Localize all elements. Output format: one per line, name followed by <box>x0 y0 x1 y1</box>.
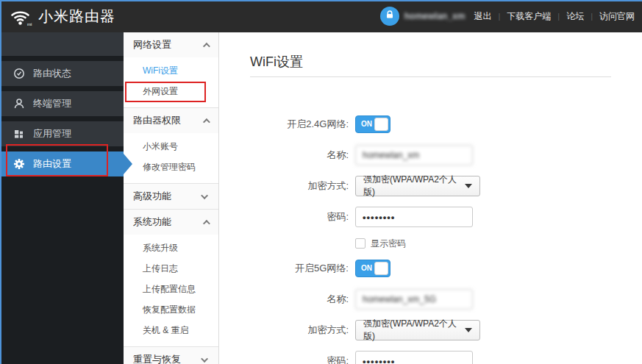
sidebar-item-router-settings[interactable]: 路由设置 <box>0 151 124 176</box>
person-icon <box>13 98 25 110</box>
toggle-knob <box>374 262 388 275</box>
screen-edge-left <box>0 0 1 364</box>
field-label: 密码: <box>250 210 349 224</box>
submenu-item-wifi-settings[interactable]: WiFi设置 <box>124 60 218 81</box>
sidebar-item-device-management[interactable]: 终端管理 <box>0 91 124 116</box>
submenu-item-upload-log[interactable]: 上传日志 <box>124 258 218 279</box>
field-label: 名称: <box>250 293 349 306</box>
chevron-up-icon <box>203 118 210 125</box>
form-row-enable-24g: 开启2.4G网络: ON <box>250 114 611 135</box>
submenu-item-system-upgrade[interactable]: 系统升级 <box>124 238 218 258</box>
section-title: 高级功能 <box>133 190 171 203</box>
submenu-item-xiaomi-account[interactable]: 小米账号 <box>124 136 218 157</box>
page-title: WiFi设置 <box>250 54 611 69</box>
submenu-item-label: 上传日志 <box>143 263 178 275</box>
svg-text:mi: mi <box>27 22 32 26</box>
sidebar-item-label: 应用管理 <box>33 127 71 140</box>
form-row-show-password: 显示密码 <box>250 238 611 249</box>
encryption-24g-dropdown[interactable]: 强加密(WPA/WPA2个人版) <box>355 176 480 196</box>
ssid-24g-input[interactable] <box>355 145 473 165</box>
dropdown-caret-icon <box>465 328 472 332</box>
section-header-network-settings[interactable]: 网络设置 <box>124 32 218 57</box>
show-password-checkbox[interactable] <box>355 238 365 249</box>
wifi-mi-logo-icon: mi <box>10 6 32 26</box>
submenu-section-advanced: 高级功能 <box>124 183 218 209</box>
logout-link[interactable]: 退出 <box>474 10 491 23</box>
forum-link[interactable]: 论坛 <box>566 10 584 23</box>
selected-option-label: 强加密(WPA/WPA2个人版) <box>363 174 465 199</box>
router-admin-page: mi 小米路由器 homewlan_xm 退出 | 下载客户端 | 论坛 | 访 <box>0 0 642 364</box>
header-separator: | <box>557 12 560 21</box>
toggle-24g-network[interactable]: ON <box>355 115 390 133</box>
brand-logo: mi 小米路由器 <box>10 6 115 26</box>
password-5g-input[interactable] <box>355 351 473 364</box>
logged-in-username: homewlan_xm <box>404 11 466 21</box>
title-divider <box>250 76 611 77</box>
toggle-knob <box>374 118 388 131</box>
submenu-item-wan-settings[interactable]: 外网设置 <box>124 81 218 101</box>
section-header-advanced-features[interactable]: 高级功能 <box>124 184 218 209</box>
status-gauge-icon <box>13 68 25 80</box>
field-label: 加密方式: <box>250 324 349 337</box>
lock-icon <box>385 10 395 23</box>
submenu-item-label: 上传配置信息 <box>143 283 196 296</box>
active-item-pointer <box>124 154 132 174</box>
encryption-5g-dropdown[interactable]: 强加密(WPA/WPA2个人版) <box>355 320 480 340</box>
chevron-down-icon <box>201 355 208 363</box>
chevron-up-icon <box>203 42 210 49</box>
section-title: 重置与恢复 <box>133 353 181 364</box>
submenu-item-label: 修改管理密码 <box>143 161 196 174</box>
field-label: 开启5G网络: <box>250 262 349 275</box>
sidebar-item-label: 路由设置 <box>33 157 71 171</box>
sidebar-item-app-management[interactable]: 应用管理 <box>0 121 124 146</box>
screen-edge-top <box>0 0 642 1</box>
top-header-bar: mi 小米路由器 homewlan_xm 退出 | 下载客户端 | 论坛 | 访 <box>0 0 642 32</box>
section-header-reset-restore[interactable]: 重置与恢复 <box>124 347 218 364</box>
form-row-enable-5g: 开启5G网络: ON <box>250 258 611 279</box>
form-row-password-24g: 密码: <box>250 207 611 227</box>
show-password-label: 显示密码 <box>371 238 406 250</box>
sidebar-item-router-status[interactable]: 路由状态 <box>0 61 124 86</box>
selected-option-label: 强加密(WPA/WPA2个人版) <box>363 318 465 343</box>
toggle-5g-network[interactable]: ON <box>355 260 390 277</box>
section-items: 小米账号 修改管理密码 <box>124 133 218 183</box>
submenu-item-label: 关机 & 重启 <box>143 324 189 337</box>
submenu-item-label: 恢复配置数据 <box>143 304 196 316</box>
submenu-item-label: 小米账号 <box>143 140 178 153</box>
form-row-encryption-5g: 加密方式: 强加密(WPA/WPA2个人版) <box>250 320 611 340</box>
toggle-on-label: ON <box>361 120 372 128</box>
header-separator: | <box>498 12 500 21</box>
sidebar-item-label: 路由状态 <box>33 67 71 80</box>
field-label: 开启2.4G网络: <box>250 118 349 131</box>
section-items: 系统升级 上传日志 上传配置信息 恢复配置数据 关机 & 重启 <box>124 235 218 346</box>
grid-apps-icon <box>13 128 25 140</box>
section-header-system-functions[interactable]: 系统功能 <box>124 210 218 235</box>
ssid-5g-input[interactable] <box>355 289 473 310</box>
submenu-section-permissions: 路由器权限 小米账号 修改管理密码 <box>124 107 218 183</box>
submenu-item-change-admin-password[interactable]: 修改管理密码 <box>124 157 218 177</box>
submenu-item-upload-config-info[interactable]: 上传配置信息 <box>124 279 218 299</box>
field-label: 名称: <box>250 149 349 162</box>
toggle-on-label: ON <box>361 264 372 272</box>
field-label: 加密方式: <box>250 179 349 193</box>
gear-icon <box>13 158 25 171</box>
submenu-item-restore-config-data[interactable]: 恢复配置数据 <box>124 299 218 320</box>
sidebar-spacer-block <box>0 32 124 56</box>
header-separator: | <box>591 12 593 21</box>
settings-submenu: 网络设置 WiFi设置 外网设置 路由器权限 小米账号 <box>124 32 219 364</box>
official-site-link[interactable]: 访问官网 <box>599 10 635 23</box>
submenu-section-reset: 重置与恢复 <box>124 346 218 364</box>
section-items: WiFi设置 外网设置 <box>124 57 218 107</box>
section-header-router-permissions[interactable]: 路由器权限 <box>124 108 218 133</box>
section-title: 路由器权限 <box>133 114 181 127</box>
account-avatar[interactable] <box>380 7 399 26</box>
submenu-item-shutdown-restart[interactable]: 关机 & 重启 <box>124 320 218 340</box>
form-row-name-5g: 名称: <box>250 289 611 310</box>
chevron-down-icon <box>201 192 208 199</box>
form-row-password-5g: 密码: <box>250 351 611 364</box>
submenu-item-label: 外网设置 <box>143 85 178 98</box>
password-24g-input[interactable] <box>355 207 473 227</box>
form-row-encryption-24g: 加密方式: 强加密(WPA/WPA2个人版) <box>250 176 611 196</box>
download-client-link[interactable]: 下载客户端 <box>507 10 551 23</box>
brand-title: 小米路由器 <box>38 7 115 26</box>
